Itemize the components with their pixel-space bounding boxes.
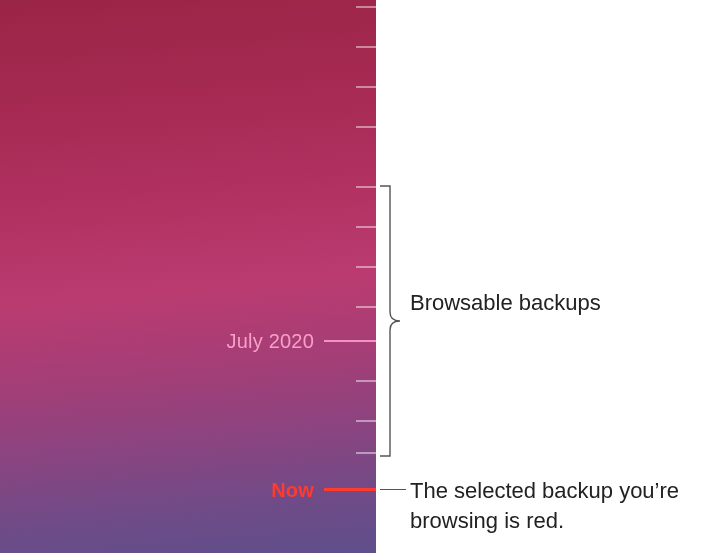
annotation-selected: The selected backup you’re browsing is r… [410, 476, 695, 535]
annotation-browsable: Browsable backups [410, 288, 695, 318]
timeline-tick[interactable] [356, 380, 376, 382]
timeline-tick[interactable] [356, 226, 376, 228]
timeline-tick-labeled[interactable] [324, 340, 376, 342]
timeline-tick[interactable] [356, 306, 376, 308]
timeline-tick[interactable] [356, 86, 376, 88]
bracket-icon [378, 182, 410, 460]
callout-line [380, 489, 406, 490]
timeline-label-now: Now [271, 479, 314, 502]
timeline-tick-now[interactable] [324, 488, 376, 491]
timeline-panel: July 2020 Now [0, 0, 376, 553]
timeline-tick[interactable] [356, 420, 376, 422]
timeline-tick[interactable] [356, 126, 376, 128]
timeline-tick[interactable] [356, 46, 376, 48]
timeline-label-july: July 2020 [227, 330, 314, 353]
timeline-tick[interactable] [356, 452, 376, 454]
timeline-tick[interactable] [356, 266, 376, 268]
timeline-tick[interactable] [356, 6, 376, 8]
timeline-tick[interactable] [356, 186, 376, 188]
